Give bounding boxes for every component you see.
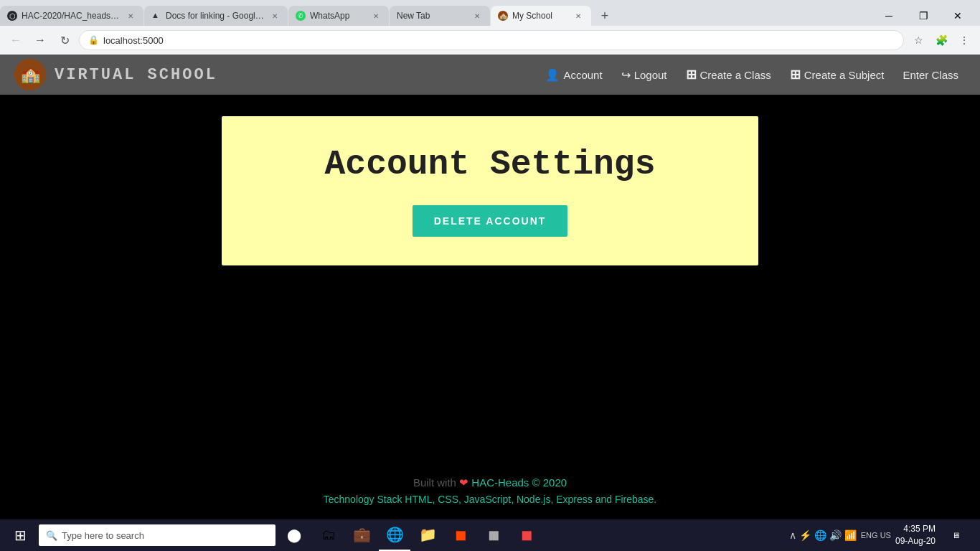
browser-chrome: ⬡ HAC-2020/HAC_heads: This is... ✕ ▲ Doc… <box>0 0 980 55</box>
address-bar-row: ← → ↻ 🔒 localhost:5000 ☆ 🧩 ⋮ <box>0 26 980 55</box>
tray-icons: ∧ ⚡ 🌐 🔊 📶 <box>789 529 857 541</box>
navbar-links: 👤 Account ↪ Logout ⊞ Create a Class ⊞ Cr… <box>538 61 966 88</box>
main-content: Account Settings DELETE ACCOUNT <box>0 95 980 462</box>
lock-icon: 🔒 <box>88 35 99 45</box>
browser-toolbar-icons: ☆ 🧩 ⋮ <box>908 30 974 50</box>
browser-tab-2[interactable]: ▲ Docs for linking - Google Drive ✕ <box>144 6 288 26</box>
reload-button[interactable]: ↻ <box>55 30 75 50</box>
app-container: 🏫 VIRTUAL SCHOOL 👤 Account ↪ Logout ⊞ Cr… <box>0 55 980 519</box>
tray-wifi-icon[interactable]: 📶 <box>844 529 857 541</box>
back-button[interactable]: ← <box>6 30 26 50</box>
start-button[interactable]: ⊞ <box>4 519 36 551</box>
logout-link[interactable]: ↪ Logout <box>614 62 674 88</box>
taskbar-search[interactable]: 🔍 Type here to search <box>39 524 275 546</box>
taskbar-search-placeholder: Type here to search <box>62 530 144 541</box>
restore-button[interactable]: ❐ <box>907 6 940 26</box>
taskbar: ⊞ 🔍 Type here to search ⬤ 🗂 💼 🌐 📁 ◼ ◼ ◼ … <box>0 519 980 551</box>
window-controls: ─ ❐ ✕ <box>872 6 980 26</box>
footer-heart-icon: ❤ <box>459 476 471 489</box>
time-display: 4:35 PM 09-Aug-20 <box>895 523 936 547</box>
new-tab-button[interactable]: + <box>595 6 615 26</box>
browser-tab-3[interactable]: ✆ WhatsApp ✕ <box>288 6 389 26</box>
taskbar-search-icon[interactable]: ⬤ <box>278 519 310 551</box>
tab-title-1: HAC-2020/HAC_heads: This is... <box>22 11 121 21</box>
create-class-label: Create a Class <box>700 69 771 81</box>
taskbar-briefcase-icon[interactable]: 💼 <box>346 519 377 551</box>
navbar: 🏫 VIRTUAL SCHOOL 👤 Account ↪ Logout ⊞ Cr… <box>0 55 980 95</box>
time-text: 4:35 PM <box>895 523 936 535</box>
tab-close-1[interactable]: ✕ <box>125 10 136 22</box>
taskbar-files-icon[interactable]: 📁 <box>412 519 443 551</box>
minimize-button[interactable]: ─ <box>872 6 905 26</box>
forward-button[interactable]: → <box>30 30 50 50</box>
date-text: 09-Aug-20 <box>895 535 936 547</box>
tab-title-5: My School <box>512 11 568 21</box>
github-favicon: ⬡ <box>7 11 17 21</box>
browser-tab-5[interactable]: 🏫 My School ✕ <box>491 6 591 26</box>
tab-close-4[interactable]: ✕ <box>471 10 483 22</box>
enter-class-link[interactable]: Enter Class <box>895 63 966 87</box>
browser-tab-1[interactable]: ⬡ HAC-2020/HAC_heads: This is... ✕ <box>0 6 143 26</box>
gdrive-favicon: ▲ <box>151 11 161 21</box>
address-box[interactable]: 🔒 localhost:5000 <box>79 30 904 50</box>
navbar-brand[interactable]: 🏫 VIRTUAL SCHOOL <box>14 59 217 90</box>
windows-icon: ⊞ <box>14 527 27 544</box>
tray-up-arrow[interactable]: ∧ <box>789 529 796 541</box>
footer-line2: Technology Stack HTML, CSS, JavaScript, … <box>14 494 966 505</box>
taskbar-app2-icon[interactable]: ◼ <box>478 519 509 551</box>
taskbar-chrome-icon[interactable]: 🌐 <box>379 519 410 551</box>
bookmark-star-icon[interactable]: ☆ <box>908 30 928 50</box>
tray-network-icon[interactable]: 🌐 <box>814 529 826 541</box>
show-desktop-icon[interactable]: 🖥 <box>940 519 971 551</box>
create-subject-link[interactable]: ⊞ Create a Subject <box>783 61 892 88</box>
delete-account-button[interactable]: DELETE ACCOUNT <box>413 205 568 237</box>
browser-menu-icon[interactable]: ⋮ <box>954 30 974 50</box>
create-class-plus-icon: ⊞ <box>686 67 697 83</box>
tray-bluetooth-icon[interactable]: ⚡ <box>799 529 811 541</box>
account-link[interactable]: 👤 Account <box>538 62 609 88</box>
brand-text: VIRTUAL SCHOOL <box>55 66 217 84</box>
logout-label: Logout <box>634 69 667 81</box>
tab-title-3: WhatsApp <box>310 11 366 21</box>
footer-built-with: Built with <box>413 476 456 489</box>
create-subject-label: Create a Subject <box>804 69 885 81</box>
account-settings-title: Account Settings <box>325 145 656 184</box>
extensions-icon[interactable]: 🧩 <box>931 30 951 50</box>
account-icon: 👤 <box>545 68 560 82</box>
close-button[interactable]: ✕ <box>941 6 974 26</box>
account-label: Account <box>563 69 602 81</box>
tab-close-2[interactable]: ✕ <box>269 10 281 22</box>
search-icon: 🔍 <box>46 530 57 541</box>
taskbar-app3-icon[interactable]: ◼ <box>511 519 542 551</box>
taskbar-right: ∧ ⚡ 🌐 🔊 📶 ENG US 4:35 PM 09-Aug-20 🖥 <box>789 519 976 551</box>
tray-volume-icon[interactable]: 🔊 <box>829 529 842 541</box>
taskbar-app1-icon[interactable]: ◼ <box>445 519 476 551</box>
footer: Built with ❤ HAC-Heads © 2020 Technology… <box>0 462 980 519</box>
taskbar-apps: 🗂 💼 🌐 📁 ◼ ◼ ◼ <box>313 519 542 551</box>
tab-title-4: New Tab <box>397 11 467 21</box>
taskbar-store-icon[interactable]: 🗂 <box>313 519 344 551</box>
browser-tab-4[interactable]: New Tab ✕ <box>390 6 490 26</box>
tab-bar: ⬡ HAC-2020/HAC_heads: This is... ✕ ▲ Doc… <box>0 0 980 26</box>
address-text: localhost:5000 <box>103 35 895 46</box>
locale-text: ENG US <box>861 531 891 540</box>
myschool-favicon: 🏫 <box>498 11 508 21</box>
create-class-link[interactable]: ⊞ Create a Class <box>679 61 778 88</box>
account-settings-card: Account Settings DELETE ACCOUNT <box>222 116 758 265</box>
footer-hacheads-text: HAC-Heads © 2020 <box>471 476 567 489</box>
create-subject-plus-icon: ⊞ <box>790 67 801 83</box>
school-logo: 🏫 <box>14 59 46 90</box>
logout-icon: ↪ <box>621 68 631 82</box>
footer-line1: Built with ❤ HAC-Heads © 2020 <box>14 476 966 489</box>
whatsapp-favicon: ✆ <box>296 11 306 21</box>
tab-title-2: Docs for linking - Google Drive <box>166 11 265 21</box>
tab-close-3[interactable]: ✕ <box>370 10 382 22</box>
tab-close-5[interactable]: ✕ <box>573 10 584 22</box>
